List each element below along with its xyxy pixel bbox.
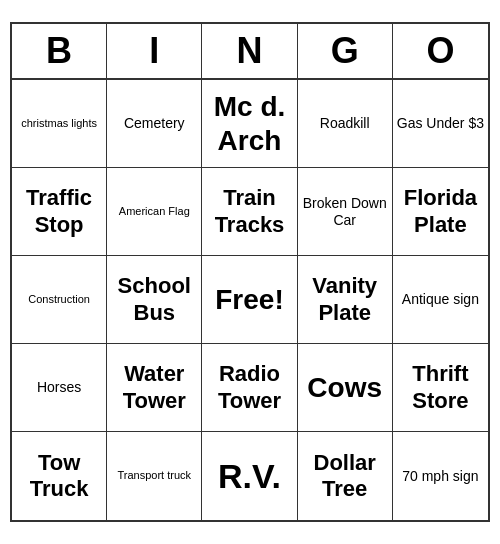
- bingo-cell-5: Traffic Stop: [12, 168, 107, 256]
- bingo-cell-18: Cows: [298, 344, 393, 432]
- cell-text-18: Cows: [307, 371, 382, 405]
- cell-text-7: Train Tracks: [206, 185, 292, 238]
- cell-text-0: christmas lights: [21, 117, 97, 130]
- cell-text-21: Transport truck: [118, 469, 192, 482]
- bingo-cell-20: Tow Truck: [12, 432, 107, 520]
- cell-text-2: Mc d. Arch: [206, 90, 292, 157]
- bingo-cell-8: Broken Down Car: [298, 168, 393, 256]
- cell-text-22: R.V.: [218, 456, 281, 497]
- cell-text-10: Construction: [28, 293, 90, 306]
- cell-text-4: Gas Under $3: [397, 115, 484, 132]
- bingo-grid: christmas lightsCemeteryMc d. ArchRoadki…: [12, 80, 488, 520]
- bingo-header: BINGO: [12, 24, 488, 80]
- bingo-card: BINGO christmas lightsCemeteryMc d. Arch…: [10, 22, 490, 522]
- cell-text-14: Antique sign: [402, 291, 479, 308]
- cell-text-9: Florida Plate: [397, 185, 484, 238]
- bingo-cell-24: 70 mph sign: [393, 432, 488, 520]
- cell-text-20: Tow Truck: [16, 450, 102, 503]
- bingo-cell-0: christmas lights: [12, 80, 107, 168]
- cell-text-13: Vanity Plate: [302, 273, 388, 326]
- cell-text-23: Dollar Tree: [302, 450, 388, 503]
- bingo-cell-11: School Bus: [107, 256, 202, 344]
- bingo-cell-7: Train Tracks: [202, 168, 297, 256]
- bingo-cell-3: Roadkill: [298, 80, 393, 168]
- cell-text-3: Roadkill: [320, 115, 370, 132]
- bingo-cell-15: Horses: [12, 344, 107, 432]
- bingo-cell-1: Cemetery: [107, 80, 202, 168]
- bingo-cell-6: American Flag: [107, 168, 202, 256]
- bingo-cell-17: Radio Tower: [202, 344, 297, 432]
- cell-text-5: Traffic Stop: [16, 185, 102, 238]
- cell-text-8: Broken Down Car: [302, 195, 388, 229]
- cell-text-17: Radio Tower: [206, 361, 292, 414]
- bingo-cell-14: Antique sign: [393, 256, 488, 344]
- bingo-cell-9: Florida Plate: [393, 168, 488, 256]
- cell-text-11: School Bus: [111, 273, 197, 326]
- bingo-cell-12: Free!: [202, 256, 297, 344]
- cell-text-6: American Flag: [119, 205, 190, 218]
- cell-text-16: Water Tower: [111, 361, 197, 414]
- bingo-cell-19: Thrift Store: [393, 344, 488, 432]
- cell-text-19: Thrift Store: [397, 361, 484, 414]
- bingo-cell-10: Construction: [12, 256, 107, 344]
- bingo-cell-23: Dollar Tree: [298, 432, 393, 520]
- bingo-cell-21: Transport truck: [107, 432, 202, 520]
- cell-text-1: Cemetery: [124, 115, 185, 132]
- header-letter-b: B: [12, 24, 107, 78]
- bingo-cell-4: Gas Under $3: [393, 80, 488, 168]
- cell-text-24: 70 mph sign: [402, 468, 478, 485]
- cell-text-12: Free!: [215, 283, 283, 317]
- header-letter-n: N: [202, 24, 297, 78]
- bingo-cell-16: Water Tower: [107, 344, 202, 432]
- header-letter-i: I: [107, 24, 202, 78]
- bingo-cell-13: Vanity Plate: [298, 256, 393, 344]
- cell-text-15: Horses: [37, 379, 81, 396]
- header-letter-g: G: [298, 24, 393, 78]
- bingo-cell-2: Mc d. Arch: [202, 80, 297, 168]
- bingo-cell-22: R.V.: [202, 432, 297, 520]
- header-letter-o: O: [393, 24, 488, 78]
